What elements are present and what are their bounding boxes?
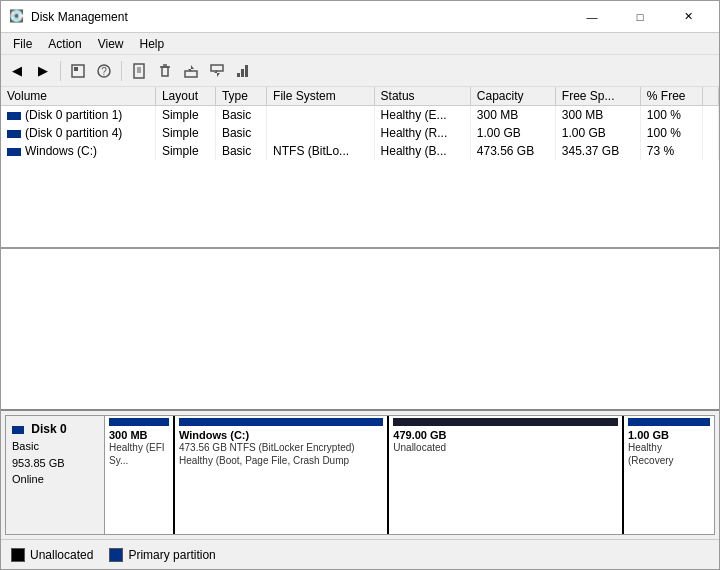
toolbar-sep-1 (60, 61, 61, 81)
col-filesystem: File System (267, 87, 375, 106)
chart-button[interactable] (231, 59, 255, 83)
partition-windows-desc: 473.56 GB NTFS (BitLocker Encrypted) (179, 441, 383, 454)
svg-rect-8 (162, 67, 168, 76)
cell-volume: (Disk 0 partition 1) (1, 106, 155, 125)
partition-recovery-header (628, 418, 710, 426)
menu-file[interactable]: File (5, 35, 40, 53)
partition-unalloc-header (393, 418, 618, 426)
partition-efi-header (109, 418, 169, 426)
cell-percentfree: 100 % (640, 124, 702, 142)
new-button[interactable] (127, 59, 151, 83)
svg-rect-13 (241, 69, 244, 77)
window-title: Disk Management (31, 10, 128, 24)
partition-windows-header (179, 418, 383, 426)
menu-view[interactable]: View (90, 35, 132, 53)
menu-bar: File Action View Help (1, 33, 719, 55)
cell-status: Healthy (B... (374, 142, 470, 160)
cell-capacity: 1.00 GB (470, 124, 555, 142)
partition-recovery[interactable]: 1.00 GB Healthy (Recovery (624, 416, 714, 534)
svg-text:?: ? (101, 66, 107, 77)
table-row[interactable]: Windows (C:) Simple Basic NTFS (BitLo...… (1, 142, 719, 160)
disk-icon-label: Disk 0 (12, 420, 98, 438)
forward-button[interactable]: ▶ (31, 59, 55, 83)
content-area: Volume Layout Type File System Status Ca… (1, 87, 719, 569)
empty-space (1, 249, 719, 409)
partition-windows-name: Windows (C:) (179, 429, 383, 441)
partition-recovery-size: 1.00 GB (628, 429, 710, 441)
partition-recovery-desc: Healthy (Recovery (628, 441, 710, 467)
cell-layout: Simple (155, 142, 215, 160)
import-button[interactable] (205, 59, 229, 83)
partition-efi-desc: Healthy (EFI Sy... (109, 441, 169, 467)
partition-efi-size: 300 MB (109, 429, 169, 441)
disk-partitions: 300 MB Healthy (EFI Sy... Windows (C:) 4… (105, 415, 715, 535)
properties-button[interactable] (66, 59, 90, 83)
minimize-button[interactable]: — (569, 3, 615, 31)
volume-table: Volume Layout Type File System Status Ca… (1, 87, 719, 249)
help-button[interactable]: ? (92, 59, 116, 83)
toolbar-sep-2 (121, 61, 122, 81)
partition-efi[interactable]: 300 MB Healthy (EFI Sy... (105, 416, 175, 534)
disk-size: 953.85 GB (12, 455, 98, 472)
export-button[interactable] (179, 59, 203, 83)
col-status: Status (374, 87, 470, 106)
toolbar: ◀ ▶ ? (1, 55, 719, 87)
table-header-row: Volume Layout Type File System Status Ca… (1, 87, 719, 106)
svg-rect-14 (245, 65, 248, 77)
cell-freespace: 300 MB (555, 106, 640, 125)
maximize-button[interactable]: □ (617, 3, 663, 31)
cell-volume: Windows (C:) (1, 142, 155, 160)
svg-rect-1 (74, 67, 78, 71)
menu-action[interactable]: Action (40, 35, 89, 53)
disk-name-text: Disk 0 (31, 422, 66, 436)
cell-capacity: 300 MB (470, 106, 555, 125)
cell-extra (703, 106, 719, 125)
svg-rect-4 (134, 64, 144, 78)
legend: Unallocated Primary partition (1, 539, 719, 569)
partition-unalloc-size: 479.00 GB (393, 429, 618, 441)
title-left: 💽 Disk Management (9, 9, 128, 25)
col-type: Type (215, 87, 266, 106)
legend-unalloc-label: Unallocated (30, 548, 93, 562)
cell-layout: Simple (155, 106, 215, 125)
main-window: 💽 Disk Management — □ ✕ File Action View… (0, 0, 720, 570)
cell-volume: (Disk 0 partition 4) (1, 124, 155, 142)
disk-status: Online (12, 471, 98, 488)
cell-filesystem (267, 124, 375, 142)
cell-percentfree: 73 % (640, 142, 702, 160)
back-button[interactable]: ◀ (5, 59, 29, 83)
partition-windows[interactable]: Windows (C:) 473.56 GB NTFS (BitLocker E… (175, 416, 389, 534)
cell-type: Basic (215, 142, 266, 160)
svg-rect-12 (237, 73, 240, 77)
app-icon: 💽 (9, 9, 25, 25)
legend-primary-label: Primary partition (128, 548, 215, 562)
cell-capacity: 473.56 GB (470, 142, 555, 160)
disk-type: Basic (12, 438, 98, 455)
window-controls: — □ ✕ (569, 3, 711, 31)
col-volume: Volume (1, 87, 155, 106)
delete-button[interactable] (153, 59, 177, 83)
cell-freespace: 345.37 GB (555, 142, 640, 160)
partition-windows-desc2: Healthy (Boot, Page File, Crash Dump (179, 454, 383, 467)
title-bar: 💽 Disk Management — □ ✕ (1, 1, 719, 33)
cell-layout: Simple (155, 124, 215, 142)
table-row[interactable]: (Disk 0 partition 1) Simple Basic Health… (1, 106, 719, 125)
legend-primary: Primary partition (109, 548, 215, 562)
close-button[interactable]: ✕ (665, 3, 711, 31)
table-row[interactable]: (Disk 0 partition 4) Simple Basic Health… (1, 124, 719, 142)
cell-extra (703, 124, 719, 142)
cell-status: Healthy (E... (374, 106, 470, 125)
menu-help[interactable]: Help (132, 35, 173, 53)
partition-unallocated[interactable]: 479.00 GB Unallocated (389, 416, 624, 534)
disk-row: Disk 0 Basic 953.85 GB Online 300 MB Hea… (1, 411, 719, 539)
disk-label: Disk 0 Basic 953.85 GB Online (5, 415, 105, 535)
disk-view: Disk 0 Basic 953.85 GB Online 300 MB Hea… (1, 409, 719, 539)
col-capacity: Capacity (470, 87, 555, 106)
legend-unallocated: Unallocated (11, 548, 93, 562)
legend-unalloc-box (11, 548, 25, 562)
cell-percentfree: 100 % (640, 106, 702, 125)
cell-freespace: 1.00 GB (555, 124, 640, 142)
legend-primary-box (109, 548, 123, 562)
col-layout: Layout (155, 87, 215, 106)
cell-status: Healthy (R... (374, 124, 470, 142)
